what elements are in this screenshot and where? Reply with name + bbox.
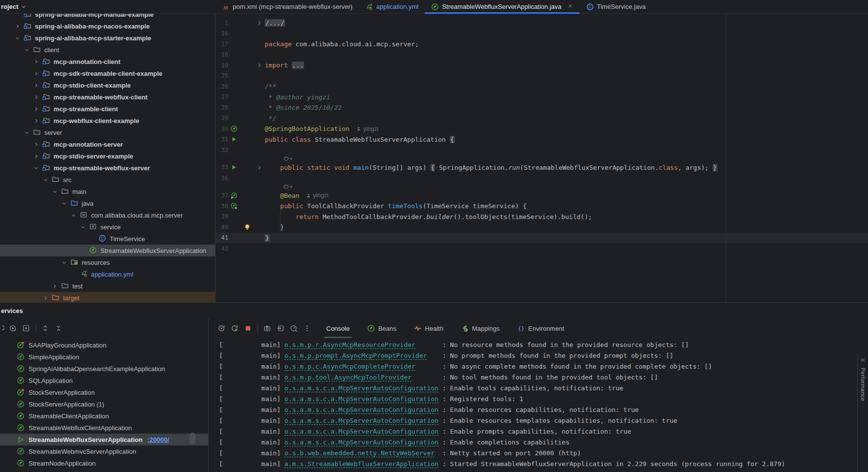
tree-toggle[interactable] [31,165,41,171]
rerun-icon[interactable] [217,324,225,332]
tree-toggle[interactable] [31,82,41,89]
chevron-down-icon[interactable] [42,177,49,183]
code-line[interactable]: 32 [216,145,868,156]
tree-row[interactable]: main [0,186,215,197]
chevron-down-icon[interactable] [14,35,21,41]
tree-toggle[interactable] [22,129,31,136]
bulb-icon[interactable] [244,223,251,231]
chevron-right-icon[interactable] [33,59,39,65]
tree-toggle[interactable] [31,118,41,124]
code-line[interactable]: 41} [216,233,868,244]
eye-icon[interactable] [9,324,17,332]
editor-tab-1[interactable]: application.yml [359,0,425,13]
chevron-down-icon[interactable] [80,224,86,230]
tree-toggle[interactable] [31,153,41,159]
tree-row[interactable]: mcp-annotation-client [0,56,215,67]
tree-row[interactable]: target [0,292,215,302]
code-line[interactable]: 16 [216,29,868,39]
tree-row[interactable]: mcp-streamable-webflux-server [0,162,215,174]
chevron-down-icon[interactable] [52,189,58,195]
code-line[interactable]: 17package com.alibaba.cloud.ai.mcp.serve… [216,39,868,50]
bulb-slot[interactable] [239,223,255,231]
code-line[interactable]: 29 */ [216,113,868,124]
gutter-slot[interactable] [228,164,239,171]
tree-row[interactable]: mcp-streamble-client [0,103,215,115]
tree-toggle[interactable] [50,283,60,289]
console-logger[interactable]: o.s.a.m.s.c.a.McpServerAutoConfiguration [284,395,438,403]
tree-toggle[interactable] [50,189,60,195]
editor-tab-0[interactable]: mpom.xml (mcp-streamable-webflux-server) [216,0,359,13]
chevron-down-icon[interactable] [33,165,39,171]
fold-slot[interactable] [255,20,264,26]
service-item[interactable]: SAAPlayGroundApplication [0,339,208,351]
code-vision-inlay[interactable] [216,156,868,162]
service-item[interactable]: SQLApplication [0,375,208,386]
tree-toggle[interactable] [22,47,31,53]
gutter-slot[interactable] [228,192,239,199]
tree-row[interactable]: spring-ai-alibaba-mcp-starter-example [0,32,215,44]
code-vision-inlay[interactable] [216,184,868,190]
code-line[interactable]: 40 } [216,222,868,233]
console-logger[interactable]: o.s.a.m.s.c.a.McpServerAutoConfiguration [284,384,438,392]
spring-leaf2-icon[interactable] [230,202,238,210]
gutter-slot[interactable] [228,136,239,143]
tree-toggle[interactable] [31,106,41,112]
spring-bean-icon[interactable] [230,192,238,199]
chevron-right-icon[interactable] [33,153,39,159]
tree-row[interactable]: spring-ai-alibaba-mcp-nacos-example [0,20,215,32]
tree-toggle[interactable] [41,295,50,301]
console-logger[interactable]: o.s.m.p.r.AsyncMcpResourceProvider [284,341,415,348]
performance-stripe-tab[interactable]: Performance [860,368,866,401]
tree-row[interactable]: mcp-stdio-server-example [0,150,215,162]
console-logger[interactable]: o.s.a.m.s.c.a.McpServerAutoConfiguration [284,439,438,446]
chevron-right-icon[interactable] [33,82,39,89]
console-log[interactable]: [ main] o.s.m.p.r.AsyncMcpResourceProvid… [208,338,868,472]
chevron-right-icon[interactable] [33,118,39,124]
tree-row[interactable]: mcp-sdk-streamable-client-example [0,67,215,79]
chevron-right-icon[interactable] [33,94,39,100]
gutter-slot[interactable] [228,125,239,132]
editor-tab-3[interactable]: CTimeService.java [580,0,652,13]
services-panel-header[interactable]: ervices [0,302,868,318]
tree-toggle[interactable] [13,35,22,41]
exit-box-icon[interactable] [277,324,284,332]
chevron-right-icon[interactable] [33,70,39,77]
console-logger[interactable]: o.s.b.web.embedded.netty.NettyWebServer [284,449,434,457]
tree-row[interactable]: application.yml [0,268,215,280]
fold-slot[interactable] [255,62,264,68]
console-logger[interactable]: o.s.a.m.s.c.a.McpServerAutoConfiguration [284,406,438,413]
run-gutter-icon[interactable] [230,164,237,171]
service-item[interactable]: StockServerApplication (1) [0,398,208,410]
expand-all-icon[interactable] [41,324,49,332]
chevron-right-icon[interactable] [256,62,263,68]
chevron-right-icon[interactable] [256,164,263,171]
tree-row[interactable]: spring-ai-alibaba-mcp-manual-example [0,14,215,20]
runtab-console[interactable]: Console [324,318,352,338]
chevron-down-icon[interactable] [24,47,30,53]
new-tab-icon[interactable] [22,324,30,332]
tree-toggle[interactable] [13,23,22,30]
code-line[interactable]: 36 [216,173,868,184]
service-item[interactable]: StreamableWebfluxServerApplication:20000… [0,434,208,445]
code-editor[interactable]: 1/.../1617package com.alibaba.cloud.ai.m… [216,14,868,302]
chevron-down-icon[interactable] [70,212,77,219]
clipped-toolbar-icon[interactable] [0,324,4,333]
project-panel-header[interactable]: roject [0,0,216,13]
chevron-right-icon[interactable] [33,106,39,112]
code-line[interactable]: 38 public ToolCallbackProvider timeTools… [216,201,868,212]
console-logger[interactable]: o.s.m.p.c.AsyncMcpCompleteProvider [284,363,415,370]
run-gutter-icon[interactable] [230,136,237,143]
tree-row[interactable]: java [0,197,215,209]
code-line[interactable]: 37 @Beanyingzi [216,190,868,201]
console-logger[interactable]: a.m.s.StreamableWebfluxServerApplication [284,460,438,468]
code-line[interactable]: 39 return MethodToolCallbackProvider.bui… [216,212,868,222]
chevron-right-icon[interactable] [256,20,263,26]
code-line[interactable]: 42 [216,243,868,254]
tree-row[interactable]: CTimeService [0,233,215,245]
chevron-down-icon[interactable] [61,259,67,266]
tree-toggle[interactable] [31,94,41,100]
code-line[interactable]: 19import ... [216,60,868,71]
tree-row[interactable]: resources [0,256,215,268]
service-item[interactable]: StreamNodeApplication [0,457,208,469]
tree-toggle[interactable] [31,141,41,148]
